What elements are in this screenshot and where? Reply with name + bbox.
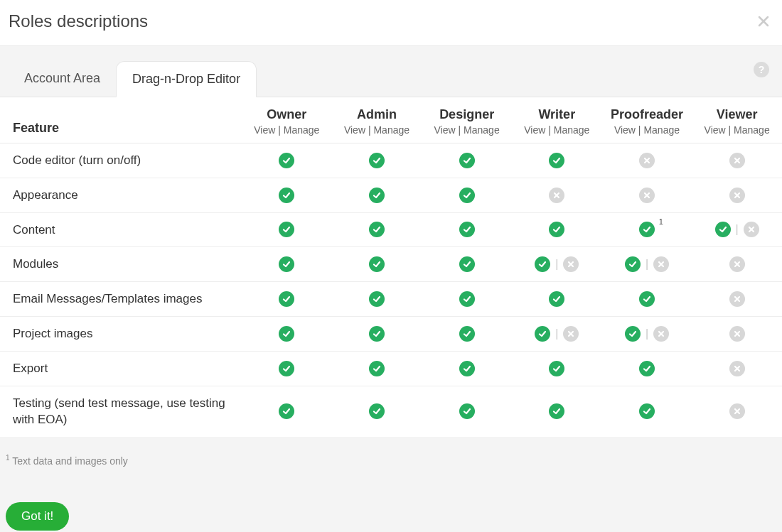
role-name: Viewer: [697, 107, 776, 122]
permission-cell: |: [602, 316, 692, 351]
check-icon: [535, 326, 550, 342]
check-icon: [639, 403, 655, 419]
role-name: Owner: [247, 107, 326, 122]
role-name: Admin: [338, 107, 417, 122]
permission-cell: [422, 386, 512, 437]
separator-icon: |: [735, 223, 739, 236]
check-icon: [639, 361, 655, 376]
permission-cell: [512, 178, 602, 212]
check-icon: [459, 222, 475, 237]
role-header-designer: DesignerView | Manage: [422, 97, 512, 143]
permission-cell: [512, 143, 602, 178]
feature-name: Export: [0, 351, 242, 386]
permission-cell: [332, 247, 422, 282]
x-icon: [563, 326, 579, 342]
x-icon: [563, 256, 579, 272]
check-icon: [549, 291, 564, 307]
tab-drag-n-drop-editor[interactable]: Drag-n-Drop Editor: [116, 61, 257, 97]
x-icon: [729, 291, 745, 307]
permission-cell: [242, 178, 332, 212]
permission-cell: |: [602, 247, 692, 282]
permission-cell: 1: [602, 212, 692, 247]
footnote: 1 Text data and images only: [0, 437, 782, 467]
check-icon: [549, 403, 564, 419]
permission-cell: [332, 178, 422, 212]
check-icon: [279, 256, 294, 272]
x-icon: [549, 188, 564, 203]
check-icon: [369, 361, 385, 376]
permission-cell: [422, 247, 512, 282]
role-subheader: View | Manage: [344, 124, 409, 136]
permission-cell: [332, 143, 422, 178]
check-icon: [625, 256, 641, 272]
permission-cell: [332, 212, 422, 247]
x-icon: [639, 188, 655, 203]
tab-row: Account AreaDrag-n-Drop Editor ?: [0, 46, 782, 97]
permission-cell: [602, 282, 692, 317]
permission-cell: [422, 143, 512, 178]
permission-cell: [692, 386, 782, 437]
permission-cell: [332, 282, 422, 317]
feature-name: Project images: [0, 316, 242, 351]
feature-name: Appearance: [0, 178, 242, 212]
role-subheader: View | Manage: [434, 124, 500, 136]
permission-cell: [242, 247, 332, 282]
tab-account-area[interactable]: Account Area: [9, 60, 116, 97]
close-button[interactable]: [758, 16, 769, 27]
table-row: Project images||: [0, 316, 782, 351]
x-icon: [744, 222, 759, 237]
roles-table-panel: Feature OwnerView | ManageAdminView | Ma…: [0, 97, 782, 437]
permission-cell: [602, 178, 692, 212]
role-subheader: View | Manage: [614, 124, 680, 136]
role-header-admin: AdminView | Manage: [332, 97, 422, 143]
check-icon: [549, 361, 564, 376]
permission-cell: [512, 282, 602, 317]
footnote-text: Text data and images only: [10, 455, 128, 467]
permission-cell: [692, 143, 782, 178]
permission-cell: [602, 351, 692, 386]
separator-icon: |: [555, 327, 559, 340]
feature-name: Email Messages/Templates images: [0, 282, 242, 317]
check-icon: [279, 403, 294, 419]
check-icon: [459, 403, 475, 419]
check-icon: [369, 403, 385, 419]
check-icon: [279, 326, 294, 342]
roles-table: Feature OwnerView | ManageAdminView | Ma…: [0, 97, 782, 437]
x-icon: [729, 188, 745, 203]
permission-cell: [332, 316, 422, 351]
separator-icon: |: [555, 258, 559, 271]
check-icon: [459, 361, 475, 376]
role-subheader: View | Manage: [254, 124, 319, 136]
role-subheader: View | Manage: [705, 124, 770, 136]
modal-footer: Got it!: [0, 467, 782, 532]
check-icon: [549, 153, 564, 168]
permission-cell: [422, 212, 512, 247]
feature-name: Code editor (turn on/off): [0, 143, 242, 178]
modal-title: Roles descriptions: [9, 11, 148, 31]
permission-cell: [242, 282, 332, 317]
check-icon: [369, 291, 385, 307]
permission-cell: [602, 143, 692, 178]
check-icon: [535, 256, 550, 272]
permission-cell: [422, 351, 512, 386]
check-icon: [459, 153, 475, 168]
check-icon: [369, 326, 385, 342]
permission-cell: [692, 351, 782, 386]
help-button[interactable]: ?: [754, 62, 769, 77]
x-icon: [639, 153, 655, 168]
permission-cell: |: [512, 316, 602, 351]
got-it-button[interactable]: Got it!: [6, 502, 69, 531]
role-subheader: View | Manage: [524, 124, 589, 136]
feature-header: Feature: [0, 97, 242, 143]
footnote-ref: 1: [659, 217, 663, 226]
table-row: Email Messages/Templates images: [0, 282, 782, 317]
permission-cell: [692, 316, 782, 351]
check-icon: [639, 291, 655, 307]
role-header-proofreader: ProofreaderView | Manage: [602, 97, 692, 143]
permission-cell: [422, 178, 512, 212]
permission-cell: [242, 351, 332, 386]
role-header-writer: WriterView | Manage: [512, 97, 602, 143]
permission-cell: [512, 351, 602, 386]
check-icon: [279, 188, 294, 203]
permission-cell: [242, 316, 332, 351]
